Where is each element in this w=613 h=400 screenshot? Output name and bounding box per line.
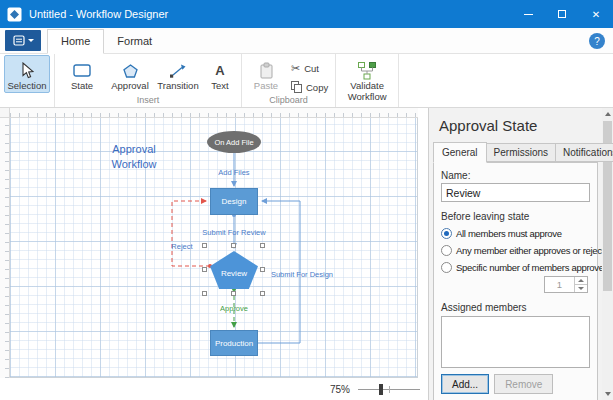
- selection-tool-button[interactable]: Selection: [4, 55, 50, 93]
- chevron-down-icon: [578, 287, 584, 290]
- zoom-level: 75%: [330, 384, 350, 395]
- transition-label: Transition: [157, 81, 198, 92]
- tab-home[interactable]: Home: [47, 29, 104, 54]
- approval-shape-icon: [123, 60, 138, 81]
- state-shape-icon: [73, 60, 91, 81]
- vertical-ruler: [0, 118, 10, 378]
- text-icon: A: [215, 60, 224, 81]
- zoom-slider[interactable]: [358, 383, 420, 396]
- app-icon: [7, 7, 22, 22]
- paste-label: Paste: [254, 81, 278, 92]
- node-on-add-file[interactable]: On Add File: [207, 131, 261, 153]
- resize-handle[interactable]: [231, 243, 236, 248]
- radio-specific-number-label: Specific number of members approves: [456, 262, 608, 273]
- chevron-up-icon: [578, 279, 584, 282]
- zoom-slider-tick: [389, 386, 390, 393]
- tab-format[interactable]: Format: [104, 30, 165, 53]
- panel-title: Approval State: [429, 108, 602, 142]
- scrollbar-down-button[interactable]: [602, 388, 613, 400]
- name-label: Name:: [441, 170, 590, 181]
- state-label: State: [71, 81, 93, 92]
- ribbon-group-selection: Selection: [0, 54, 55, 107]
- scroll-up-icon: [605, 112, 611, 116]
- remove-member-button[interactable]: Remove: [494, 374, 553, 394]
- validate-workflow-label: Validate Workflow: [341, 81, 393, 103]
- copy-icon: [291, 81, 302, 93]
- radio-any-member[interactable]: [441, 245, 452, 256]
- transition-label-add-files[interactable]: Add Files: [202, 168, 266, 177]
- assigned-members-list[interactable]: [441, 316, 590, 368]
- minimize-icon: [524, 14, 533, 15]
- transition-label-submit-for-design[interactable]: Submit For Design: [266, 270, 338, 279]
- general-tab-page: Name: Before leaving state All members m…: [433, 162, 598, 400]
- ribbon: Selection State Approval: [0, 54, 613, 108]
- transition-arrow-icon: [169, 60, 187, 81]
- members-count-value: 1: [545, 277, 574, 292]
- insert-text-button[interactable]: A Text: [203, 55, 237, 93]
- tab-permissions[interactable]: Permissions: [486, 143, 556, 162]
- selection-label: Selection: [7, 81, 46, 92]
- minimize-button[interactable]: [511, 0, 545, 28]
- insert-approval-button[interactable]: Approval: [107, 55, 153, 93]
- resize-handle[interactable]: [260, 267, 265, 272]
- cut-label: Cut: [304, 63, 319, 74]
- stepper-down-button[interactable]: [575, 285, 587, 292]
- node-production[interactable]: Production: [210, 330, 258, 356]
- radio-row-specific-number[interactable]: Specific number of members approves: [441, 262, 590, 273]
- resize-handle[interactable]: [231, 291, 236, 296]
- window-title: Untitled - Workflow Designer: [29, 8, 168, 20]
- close-icon: ✕: [592, 9, 600, 20]
- zoom-slider-thumb[interactable]: [379, 384, 383, 395]
- ribbon-group-clipboard: Paste ✂ Cut Copy Clipboard: [242, 54, 336, 107]
- radio-row-any-member[interactable]: Any member either approves or rejects: [441, 245, 590, 256]
- chevron-down-icon: [28, 39, 34, 42]
- title-bar: Untitled - Workflow Designer ✕: [0, 0, 613, 28]
- radio-row-all-members[interactable]: All members must approve: [441, 228, 590, 239]
- transition-label-approve[interactable]: Approve: [202, 304, 266, 313]
- app-menu-button[interactable]: [5, 30, 41, 51]
- radio-all-members[interactable]: [441, 228, 452, 239]
- resize-handle[interactable]: [260, 291, 265, 296]
- approval-label: Approval: [111, 81, 149, 92]
- transition-label-submit-for-review[interactable]: Submit For Review: [196, 228, 272, 237]
- horizontal-ruler: [10, 108, 418, 118]
- properties-panel: Approval State General Permissions Notif…: [428, 108, 602, 400]
- name-input[interactable]: [441, 183, 590, 202]
- node-review[interactable]: Review: [210, 251, 258, 289]
- radio-all-members-label: All members must approve: [456, 228, 562, 239]
- node-design[interactable]: Design: [210, 188, 258, 215]
- transition-label-reject[interactable]: Reject: [160, 242, 204, 251]
- paste-button[interactable]: Paste: [246, 55, 286, 93]
- tab-general[interactable]: General: [433, 142, 487, 163]
- panel-tabs: General Permissions Notifications: [433, 142, 602, 162]
- cut-button[interactable]: ✂ Cut: [287, 61, 332, 76]
- members-count-stepper[interactable]: 1: [544, 276, 588, 293]
- radio-specific-number[interactable]: [441, 262, 452, 273]
- help-button[interactable]: ?: [589, 33, 605, 49]
- copy-button[interactable]: Copy: [287, 80, 332, 94]
- diagram-surface[interactable]: Approval Workflow On Add File Design Rev…: [10, 118, 418, 378]
- tab-notifications[interactable]: Notifications: [555, 143, 613, 162]
- add-member-button[interactable]: Add...: [441, 374, 489, 394]
- maximize-button[interactable]: [545, 0, 579, 28]
- validate-workflow-button[interactable]: Validate Workflow: [340, 55, 394, 104]
- resize-handle[interactable]: [202, 291, 207, 296]
- scrollbar-up-button[interactable]: [602, 108, 613, 120]
- ribbon-group-validate: Validate Workflow: [336, 54, 399, 107]
- cursor-icon: [20, 60, 34, 81]
- diagram-canvas[interactable]: Approval Workflow On Add File Design Rev…: [0, 108, 428, 400]
- maximize-icon: [558, 10, 566, 18]
- clipboard-group-label: Clipboard: [245, 95, 332, 107]
- close-button[interactable]: ✕: [579, 0, 613, 28]
- validate-workflow-icon: [357, 60, 377, 81]
- resize-handle[interactable]: [202, 267, 207, 272]
- insert-group-label: Insert: [58, 95, 238, 107]
- app-menu-icon: [13, 35, 25, 46]
- insert-transition-button[interactable]: Transition: [155, 55, 201, 93]
- insert-state-button[interactable]: State: [59, 55, 105, 93]
- help-icon: ?: [594, 36, 600, 47]
- resize-handle[interactable]: [260, 243, 265, 248]
- stepper-up-button[interactable]: [575, 277, 587, 285]
- diagram-title-text[interactable]: Approval Workflow: [98, 142, 170, 172]
- before-leaving-state-label: Before leaving state: [441, 211, 590, 222]
